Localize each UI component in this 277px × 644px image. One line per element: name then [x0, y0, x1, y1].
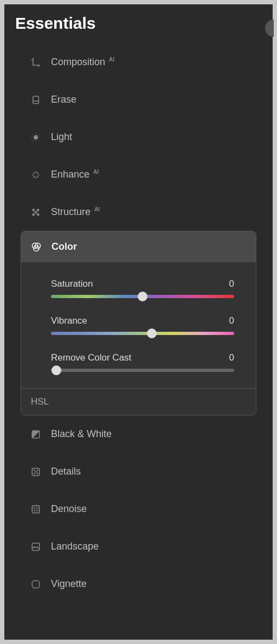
hsl-row[interactable]: HSL [21, 388, 256, 415]
vibrance-slider-row: Vibrance 0 [51, 315, 234, 335]
svg-point-1 [34, 135, 38, 139]
remove-color-cast-slider-row: Remove Color Cast 0 [51, 352, 234, 372]
svg-rect-0 [33, 96, 39, 104]
saturation-thumb[interactable] [138, 292, 147, 301]
svg-point-6 [37, 213, 39, 216]
tool-label: Light [51, 131, 72, 143]
svg-point-15 [34, 473, 35, 474]
svg-rect-19 [32, 580, 40, 588]
tool-structure[interactable]: Structure AI [4, 193, 273, 231]
tool-label: Black & White [51, 428, 112, 440]
svg-rect-17 [32, 506, 40, 513]
saturation-slider[interactable] [51, 295, 234, 298]
vibrance-slider[interactable] [51, 332, 234, 335]
svg-point-2 [33, 209, 35, 211]
vibrance-label: Vibrance [51, 315, 87, 326]
svg-point-13 [37, 470, 38, 471]
saturation-label: Saturation [51, 279, 93, 289]
tool-label: Denoise [51, 503, 87, 515]
svg-point-3 [37, 209, 39, 211]
svg-point-4 [35, 211, 37, 213]
svg-rect-18 [32, 543, 40, 551]
hsl-label: HSL [31, 396, 49, 407]
crop-icon [30, 57, 41, 68]
tool-color-expanded: Color Saturation 0 Vibrance 0 [21, 231, 256, 415]
tool-light[interactable]: Light [4, 118, 273, 156]
saturation-slider-row: Saturation 0 [51, 279, 234, 298]
tool-vignette[interactable]: Vignette [4, 565, 273, 603]
tool-label: Landscape [51, 541, 99, 552]
svg-point-12 [34, 470, 35, 471]
panel-title: Essentials [4, 14, 273, 43]
color-label: Color [51, 241, 77, 252]
ai-badge: AI [109, 56, 114, 62]
tool-label: Composition [51, 56, 105, 67]
erase-icon [30, 94, 41, 105]
tool-label: Structure [51, 206, 91, 217]
svg-point-14 [35, 471, 36, 472]
color-sliders: Saturation 0 Vibrance 0 Remove Color C [21, 262, 256, 388]
vibrance-thumb[interactable] [147, 329, 157, 338]
remove-color-cast-value: 0 [229, 352, 234, 363]
details-icon [30, 466, 41, 477]
remove-color-cast-label: Remove Color Cast [51, 352, 131, 363]
svg-point-16 [37, 473, 38, 474]
remove-color-cast-thumb[interactable] [51, 365, 61, 375]
saturation-value: 0 [229, 279, 234, 289]
tool-label: Vignette [51, 578, 87, 590]
enhance-icon [30, 169, 41, 180]
structure-icon [30, 207, 41, 218]
tool-landscape[interactable]: Landscape [4, 528, 273, 565]
black-white-icon [30, 429, 41, 440]
tool-composition[interactable]: Composition AI [4, 43, 273, 81]
tool-denoise[interactable]: Denoise [4, 490, 273, 528]
ai-badge: AI [94, 206, 100, 212]
tool-label: Enhance [51, 169, 89, 180]
tool-label: Details [51, 466, 81, 477]
light-icon [30, 132, 41, 143]
tool-black-white[interactable]: Black & White [4, 415, 273, 453]
color-icon [31, 242, 42, 252]
vibrance-value: 0 [229, 315, 234, 326]
landscape-icon [30, 541, 41, 552]
svg-point-5 [33, 213, 35, 216]
essentials-panel: Essentials Composition AI Erase Light En… [4, 4, 273, 640]
denoise-icon [30, 504, 41, 515]
tool-erase[interactable]: Erase [4, 81, 273, 118]
tool-enhance[interactable]: Enhance AI [4, 156, 273, 193]
tool-details[interactable]: Details [4, 453, 273, 490]
color-header[interactable]: Color [21, 231, 256, 262]
vignette-icon [30, 579, 41, 590]
tool-label: Erase [51, 94, 76, 105]
remove-color-cast-slider[interactable] [51, 369, 234, 372]
ai-badge: AI [93, 169, 99, 175]
